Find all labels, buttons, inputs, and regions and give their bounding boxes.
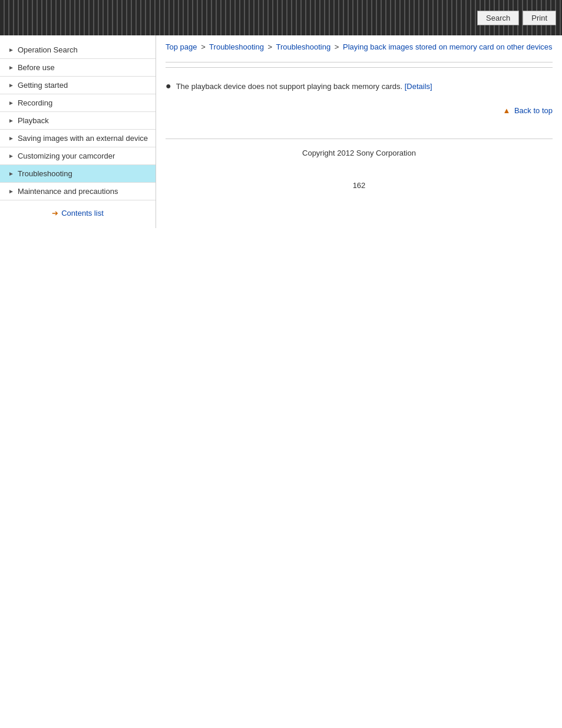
sidebar-item-label: Saving images with an external device (18, 134, 150, 143)
page-number: 162 (166, 163, 553, 196)
arrow-icon: ► (8, 64, 14, 71)
main-layout: ► Operation Search ► Before use ► Gettin… (0, 35, 562, 228)
sidebar-item-label: Customizing your camcorder (18, 151, 150, 160)
breadcrumb-troubleshooting2[interactable]: Troubleshooting (276, 42, 330, 51)
sidebar-item-before-use[interactable]: ► Before use (0, 59, 156, 77)
breadcrumb: Top page > Troubleshooting > Troubleshoo… (166, 35, 553, 57)
bullet-text: The playback device does not support pla… (176, 82, 402, 91)
divider-top (166, 62, 553, 62)
arrow-icon: ► (8, 170, 14, 177)
contents-list-label: Contents list (61, 209, 104, 218)
back-to-top-label: Back to top (514, 106, 553, 115)
search-button[interactable]: Search (477, 11, 519, 25)
sidebar-item-label: Operation Search (18, 45, 150, 54)
arrow-icon: ► (8, 100, 14, 106)
back-to-top-link[interactable]: ▲ Back to top (503, 106, 553, 115)
arrow-icon: ► (8, 82, 14, 88)
divider-top2 (166, 67, 553, 68)
copyright-text: Copyright 2012 Sony Corporation (302, 149, 416, 157)
print-button[interactable]: Print (523, 11, 556, 25)
breadcrumb-top-page[interactable]: Top page (166, 42, 197, 51)
arrow-icon: ► (8, 117, 14, 124)
sidebar-item-label: Maintenance and precautions (18, 187, 150, 196)
page-number-text: 162 (353, 181, 366, 190)
sidebar-item-label: Before use (18, 63, 150, 72)
breadcrumb-sep1: > (201, 42, 206, 51)
contents-list-link[interactable]: ➔ Contents list (0, 204, 156, 222)
sidebar-item-label: Recording (18, 98, 150, 107)
back-to-top: ▲ Back to top (166, 100, 553, 121)
sidebar-item-getting-started[interactable]: ► Getting started (0, 77, 156, 94)
arrow-right-icon: ➔ (52, 209, 58, 218)
sidebar-item-recording[interactable]: ► Recording (0, 94, 156, 112)
arrow-icon: ► (8, 153, 14, 159)
sidebar-item-label: Playback (18, 116, 150, 125)
header: Search Print (0, 0, 562, 35)
sidebar: ► Operation Search ► Before use ► Gettin… (0, 35, 156, 228)
arrow-icon: ► (8, 47, 14, 53)
bullet-item: ● The playback device does not support p… (166, 78, 553, 94)
bullet-dot: ● (166, 81, 171, 91)
arrow-icon: ► (8, 188, 14, 195)
sidebar-item-operation-search[interactable]: ► Operation Search (0, 41, 156, 59)
sidebar-item-troubleshooting[interactable]: ► Troubleshooting (0, 165, 156, 183)
sidebar-item-maintenance[interactable]: ► Maintenance and precautions (0, 183, 156, 200)
content-area: ● The playback device does not support p… (166, 73, 553, 100)
breadcrumb-troubleshooting1[interactable]: Troubleshooting (209, 42, 264, 51)
breadcrumb-sep2: > (267, 42, 272, 51)
triangle-up-icon: ▲ (503, 106, 510, 115)
sidebar-item-label: Troubleshooting (18, 169, 150, 178)
main-content: Top page > Troubleshooting > Troubleshoo… (156, 35, 562, 207)
breadcrumb-sep3: > (335, 42, 339, 51)
sidebar-item-saving-images[interactable]: ► Saving images with an external device (0, 130, 156, 147)
arrow-icon: ► (8, 135, 14, 141)
sidebar-item-customizing[interactable]: ► Customizing your camcorder (0, 147, 156, 165)
sidebar-item-playback[interactable]: ► Playback (0, 112, 156, 130)
footer: Copyright 2012 Sony Corporation (166, 139, 553, 163)
details-link[interactable]: [Details] (405, 82, 432, 91)
sidebar-item-label: Getting started (18, 81, 150, 90)
breadcrumb-current[interactable]: Playing back images stored on memory car… (343, 42, 553, 51)
